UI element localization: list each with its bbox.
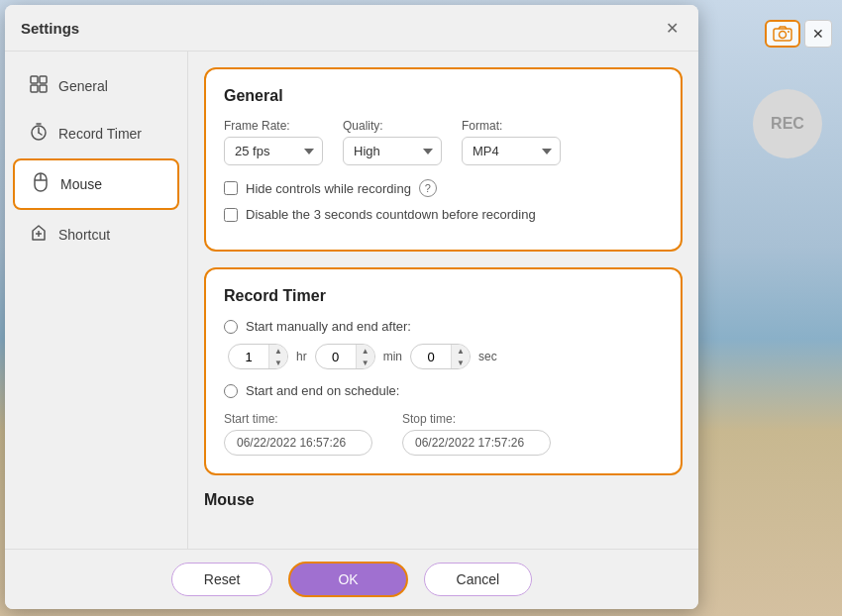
main-content: General Frame Rate: 15 fps 20 fps 25 fps… (188, 51, 698, 549)
schedule-fields: Start time: Stop time: (224, 412, 663, 456)
quality-field-group: Quality: Low Medium High Lossless (343, 119, 442, 165)
disable-countdown-label: Disable the 3 seconds countdown before r… (246, 207, 536, 222)
sec-unit-label: sec (478, 350, 497, 363)
title-bar: Settings ✕ (5, 5, 698, 51)
sidebar-item-shortcut[interactable]: Shortcut (13, 212, 179, 257)
manual-end-row: Start manually and end after: (224, 319, 663, 334)
hr-input[interactable] (229, 346, 268, 368)
manual-end-radio[interactable] (224, 320, 238, 334)
stop-time-label: Stop time: (402, 412, 551, 426)
svg-point-1 (780, 32, 787, 39)
ok-button[interactable]: OK (288, 562, 407, 597)
dialog-close-button[interactable]: ✕ (661, 17, 683, 39)
mouse-section-title: Mouse (204, 491, 683, 509)
top-right-toolbar: ✕ (765, 20, 832, 48)
svg-rect-4 (40, 76, 47, 83)
cancel-button[interactable]: Cancel (424, 563, 533, 596)
svg-point-2 (788, 31, 789, 33)
format-label: Format: (462, 119, 561, 133)
quality-label: Quality: (343, 119, 442, 133)
sec-down-arrow[interactable]: ▼ (452, 357, 470, 368)
frame-rate-label: Frame Rate: (224, 119, 323, 133)
help-icon[interactable]: ? (419, 179, 437, 197)
start-time-field: Start time: (224, 412, 372, 456)
sidebar-item-mouse[interactable]: Mouse (13, 158, 179, 210)
manual-end-label: Start manually and end after: (246, 319, 411, 334)
hr-spinbox: ▲ ▼ (228, 344, 288, 369)
sec-spinbox: ▲ ▼ (410, 344, 471, 369)
general-section-title: General (224, 87, 663, 105)
toolbar-close-button[interactable]: ✕ (804, 20, 832, 48)
min-unit-label: min (383, 350, 402, 363)
svg-rect-3 (31, 76, 38, 83)
frame-rate-select[interactable]: 15 fps 20 fps 25 fps 30 fps 60 fps (224, 137, 323, 165)
camera-toolbar-button[interactable] (765, 20, 800, 48)
reset-button[interactable]: Reset (171, 563, 273, 596)
timer-inputs-row: ▲ ▼ hr ▲ ▼ min (228, 344, 663, 369)
hide-controls-label: Hide controls while recording (246, 181, 411, 196)
rec-button[interactable]: REC (753, 89, 822, 158)
quality-select[interactable]: Low Medium High Lossless (343, 137, 442, 165)
sidebar-item-record-timer-label: Record Timer (58, 126, 142, 142)
general-section: General Frame Rate: 15 fps 20 fps 25 fps… (204, 67, 683, 252)
settings-dialog: Settings ✕ General Record Timer (5, 5, 698, 609)
min-down-arrow[interactable]: ▼ (357, 357, 374, 368)
svg-line-9 (39, 133, 42, 135)
stop-time-field: Stop time: (402, 412, 551, 456)
svg-rect-6 (40, 85, 47, 92)
general-icon (29, 75, 49, 97)
svg-rect-5 (31, 85, 38, 92)
format-select[interactable]: MP4 MOV AVI GIF (462, 137, 561, 165)
record-timer-icon (29, 123, 49, 145)
min-spinbox: ▲ ▼ (315, 344, 375, 369)
shortcut-icon (29, 224, 49, 246)
record-timer-section: Record Timer Start manually and end afte… (204, 267, 683, 475)
min-up-arrow[interactable]: ▲ (357, 345, 374, 357)
hr-unit-label: hr (296, 350, 307, 363)
sec-input[interactable] (411, 346, 451, 368)
rec-button-container: REC (753, 89, 822, 158)
disable-countdown-row: Disable the 3 seconds countdown before r… (224, 207, 663, 222)
start-time-input[interactable] (224, 430, 372, 456)
sidebar-item-general-label: General (58, 78, 108, 94)
sec-up-arrow[interactable]: ▲ (452, 345, 470, 357)
sidebar-item-shortcut-label: Shortcut (58, 227, 110, 243)
frame-rate-field-group: Frame Rate: 15 fps 20 fps 25 fps 30 fps … (224, 119, 323, 165)
sidebar: General Record Timer Mouse Shortcut (5, 51, 188, 549)
stop-time-input[interactable] (402, 430, 551, 456)
disable-countdown-checkbox[interactable] (224, 208, 238, 222)
schedule-radio[interactable] (224, 384, 238, 398)
rec-label: REC (771, 115, 804, 133)
dialog-title: Settings (21, 20, 79, 37)
hide-controls-checkbox[interactable] (224, 181, 238, 195)
hide-controls-row: Hide controls while recording ? (224, 179, 663, 197)
hr-up-arrow[interactable]: ▲ (269, 345, 287, 357)
camera-icon (773, 26, 792, 42)
schedule-row: Start and end on schedule: (224, 383, 663, 398)
sidebar-item-record-timer[interactable]: Record Timer (13, 111, 179, 156)
dialog-body: General Record Timer Mouse Shortcut (5, 51, 698, 549)
schedule-label: Start and end on schedule: (246, 383, 399, 398)
record-timer-section-title: Record Timer (224, 287, 663, 305)
general-fields-row: Frame Rate: 15 fps 20 fps 25 fps 30 fps … (224, 119, 663, 165)
mouse-icon (31, 172, 51, 196)
hr-down-arrow[interactable]: ▼ (269, 357, 287, 368)
dialog-footer: Reset OK Cancel (5, 549, 698, 609)
sidebar-item-mouse-label: Mouse (60, 176, 102, 192)
min-input[interactable] (316, 346, 356, 368)
sidebar-item-general[interactable]: General (13, 63, 179, 109)
format-field-group: Format: MP4 MOV AVI GIF (462, 119, 561, 165)
start-time-label: Start time: (224, 412, 372, 426)
